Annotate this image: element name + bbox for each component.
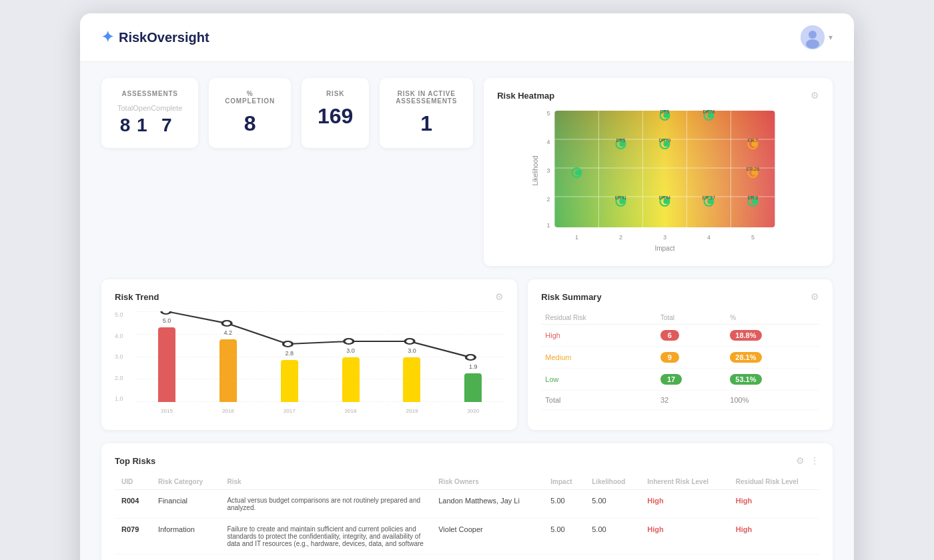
svg-text:DR79: DR79 xyxy=(659,138,671,143)
col-residual-risk: Residual Risk xyxy=(541,311,656,325)
risk-likelihood: 5.00 xyxy=(585,555,640,561)
risk-value: 169 xyxy=(318,104,353,129)
app-window: ✦ RiskOversight ▾ ASSESSMENTS xyxy=(80,13,854,560)
risk-value-wrap: 169 xyxy=(318,104,353,129)
summary-count: 9 xyxy=(656,347,726,369)
risk-uid: R079 xyxy=(115,519,151,555)
risk-category: Information xyxy=(151,519,221,555)
total-value: 8 xyxy=(117,115,133,136)
summary-table-head: Residual Risk Total % xyxy=(541,311,819,325)
svg-point-2 xyxy=(806,39,819,49)
svg-text:Impact: Impact xyxy=(655,245,675,252)
risk-residual-level: High xyxy=(729,490,819,519)
risk-summary-table: Residual Risk Total % High 6 18.8% Mediu… xyxy=(541,311,819,410)
bar-rect-2017 xyxy=(281,360,298,402)
svg-text:3: 3 xyxy=(547,167,550,174)
completion-title: % COMPLETION xyxy=(225,90,275,105)
risk-likelihood: 5.00 xyxy=(585,519,640,555)
svg-text:4: 4 xyxy=(547,139,550,145)
logo-text: RiskOversight xyxy=(119,30,209,45)
bar-value-2017: 2.8 xyxy=(285,350,294,357)
risk-residual-level: High xyxy=(729,555,819,561)
risk-row: R004 Financial Actual versus budget comp… xyxy=(115,490,819,519)
complete-value: 7 xyxy=(151,115,182,136)
header: ✦ RiskOversight ▾ xyxy=(80,13,854,62)
top-section: ASSESSMENTS Total 8 Open 1 Compl xyxy=(101,78,833,266)
svg-text:4: 4 xyxy=(707,234,711,241)
bar-chart-bars: 5.0 2015 4.2 2016 2.8 xyxy=(136,311,504,402)
y-axis: 5.0 4.0 3.0 2.0 1.0 xyxy=(115,311,126,402)
risk-summary-title: Risk Summary xyxy=(541,292,601,302)
risk-summary-card: Risk Summary ⚙ Residual Risk Total % Hig… xyxy=(528,279,833,430)
bar-value-2020: 1.9 xyxy=(469,363,478,370)
svg-text:ER41: ER41 xyxy=(615,195,627,200)
col-likelihood: Likelihood xyxy=(585,474,640,490)
open-label: Open xyxy=(133,104,151,112)
bar-rect-2015 xyxy=(158,327,175,402)
risk-active-card: RISK IN ACTIVE ASSESSEMENTS 1 xyxy=(380,78,473,148)
top-risks-menu-icon[interactable]: ⋮ xyxy=(810,455,819,466)
y2: 2.0 xyxy=(115,375,123,381)
col-category: Risk Category xyxy=(151,474,221,490)
y1: 1.0 xyxy=(115,395,123,402)
risk-residual-level: High xyxy=(729,519,819,555)
risk-likelihood: 5.00 xyxy=(585,490,640,519)
top-risks-card: Top Risks ⚙ ⋮ UID Risk Category Risk Ris… xyxy=(101,443,833,560)
svg-text:2: 2 xyxy=(619,234,622,241)
svg-text:2: 2 xyxy=(547,196,550,203)
top-risks-gear-icon[interactable]: ⚙ xyxy=(796,455,805,466)
risk-trend-title: Risk Trend xyxy=(115,292,159,302)
bar-rect-2019 xyxy=(403,357,420,402)
assessments-card: ASSESSMENTS Total 8 Open 1 Compl xyxy=(101,78,198,148)
risk-active-title: RISK IN ACTIVE ASSESSEMENTS xyxy=(396,90,457,105)
chevron-down-icon: ▾ xyxy=(829,33,833,42)
risk-trend-card: Risk Trend ⚙ 5.0 4.0 3.0 2.0 1.0 xyxy=(101,279,517,430)
completion-card: % COMPLETION 8 xyxy=(209,78,291,148)
bar-label-2015: 2015 xyxy=(161,408,173,414)
logo: ✦ RiskOversight xyxy=(101,29,209,46)
summary-row-medium: Medium 9 28.1% xyxy=(541,347,819,369)
top-risks-header: Top Risks ⚙ ⋮ xyxy=(115,455,819,466)
risks-table-head: UID Risk Category Risk Risk Owners Impac… xyxy=(115,474,819,490)
svg-text:ER44: ER44 xyxy=(659,195,671,200)
heatmap-card: Risk Heatmap ⚙ xyxy=(484,78,833,266)
summary-header-row: Residual Risk Total % xyxy=(541,311,819,325)
svg-text:Likelihood: Likelihood xyxy=(532,155,540,185)
risk-summary-gear-icon[interactable]: ⚙ xyxy=(811,291,819,302)
bar-label-2020: 2020 xyxy=(467,408,479,414)
risk-description: Revenue recognition is not in accordance… xyxy=(220,555,432,561)
heatmap-header: Risk Heatmap ⚙ xyxy=(497,90,819,101)
risk-impact: 5.00 xyxy=(544,519,585,555)
svg-text:ER.28: ER.28 xyxy=(747,167,760,171)
risk-trend-gear-icon[interactable]: ⚙ xyxy=(495,291,504,302)
svg-text:DR5: DR5 xyxy=(660,109,670,114)
svg-point-1 xyxy=(809,31,817,39)
col-total: Total xyxy=(656,311,726,325)
logo-icon: ✦ xyxy=(101,29,113,46)
summary-pct: 53.1% xyxy=(726,369,819,391)
summary-risk-level: Medium xyxy=(541,347,656,369)
user-menu[interactable]: ▾ xyxy=(801,25,833,49)
complete-label: Complete xyxy=(151,104,182,112)
summary-row-high: High 6 18.8% xyxy=(541,325,819,347)
summary-total-row: Total 32 100% xyxy=(541,391,819,410)
risk-description: Actual versus budget comparisons are not… xyxy=(220,490,432,519)
risk-active-value: 1 xyxy=(396,111,457,136)
bar-value-2018: 3.0 xyxy=(346,347,355,354)
bar-value-2019: 3.0 xyxy=(408,347,416,354)
total-stat: Total 8 xyxy=(117,104,133,136)
heatmap-gear-icon[interactable]: ⚙ xyxy=(811,90,819,101)
stats-group: ASSESSMENTS Total 8 Open 1 Compl xyxy=(101,78,473,266)
risk-inherent-level: High xyxy=(640,519,729,555)
risk-owners: Violet Cooper xyxy=(432,519,544,555)
col-owners: Risk Owners xyxy=(432,474,544,490)
svg-text:ER.3: ER.3 xyxy=(748,195,759,200)
total-count: 32 xyxy=(656,391,726,410)
svg-text:ER.7: ER.7 xyxy=(748,138,759,143)
svg-text:DR76: DR76 xyxy=(703,109,715,114)
svg-text:5: 5 xyxy=(751,234,755,241)
bar-2019: 3.0 2019 xyxy=(403,347,420,402)
col-residual: Residual Risk Level xyxy=(729,474,819,490)
middle-row: Risk Trend ⚙ 5.0 4.0 3.0 2.0 1.0 xyxy=(101,279,833,430)
assessments-title: ASSESSMENTS xyxy=(117,90,182,97)
